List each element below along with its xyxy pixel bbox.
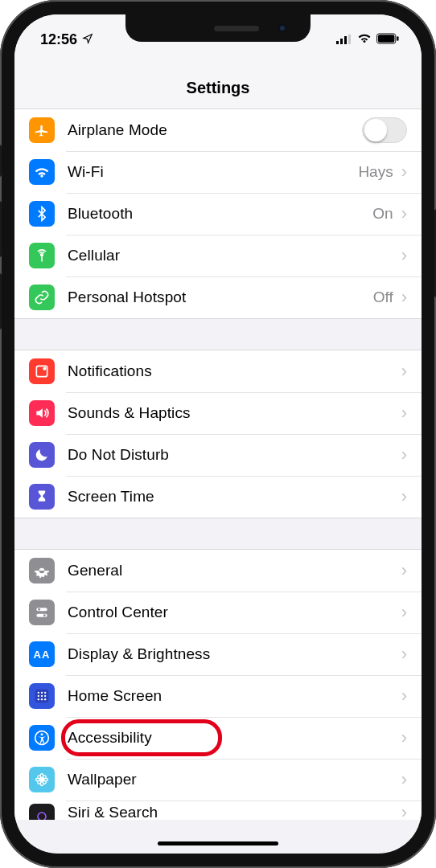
battery-icon xyxy=(376,31,399,48)
row-label: Control Center xyxy=(68,604,401,621)
svg-point-21 xyxy=(38,698,39,700)
front-camera xyxy=(278,24,286,32)
row-label: Screen Time xyxy=(68,488,401,506)
svg-point-15 xyxy=(38,692,39,694)
settings-row-airplane[interactable]: Airplane Mode xyxy=(14,109,422,151)
svg-point-33 xyxy=(38,780,41,784)
chevron-right-icon: › xyxy=(401,562,407,579)
chevron-right-icon: › xyxy=(401,362,407,380)
chevron-right-icon: › xyxy=(401,604,407,621)
svg-point-34 xyxy=(43,780,46,784)
chevron-right-icon: › xyxy=(401,205,407,223)
status-time: 12:56 xyxy=(40,31,77,48)
svg-point-26 xyxy=(40,778,43,780)
settings-row-general[interactable]: General› xyxy=(14,550,422,592)
settings-row-hotspot[interactable]: Personal HotspotOff› xyxy=(14,276,422,318)
svg-point-23 xyxy=(44,698,46,700)
page-title: Settings xyxy=(14,55,422,109)
svg-point-35 xyxy=(35,810,49,820)
row-label: Personal Hotspot xyxy=(68,289,373,306)
chevron-right-icon: › xyxy=(401,247,407,264)
svg-rect-5 xyxy=(378,35,395,42)
general-icon xyxy=(29,558,55,583)
settings-row-notifications[interactable]: Notifications› xyxy=(14,350,422,392)
volume-up-button xyxy=(0,201,2,257)
settings-row-wallpaper[interactable]: Wallpaper› xyxy=(14,759,422,800)
display-icon: AA xyxy=(29,641,55,667)
wifi-icon xyxy=(29,159,55,185)
sounds-icon xyxy=(29,400,55,426)
settings-row-cellular[interactable]: Cellular› xyxy=(14,235,422,276)
settings-row-display[interactable]: AADisplay & Brightness› xyxy=(14,633,422,675)
mute-switch xyxy=(0,145,2,177)
settings-row-accessibility[interactable]: Accessibility› xyxy=(14,717,422,759)
svg-rect-0 xyxy=(336,41,339,44)
row-label: Home Screen xyxy=(68,687,401,705)
settings-row-bluetooth[interactable]: BluetoothOn› xyxy=(14,193,422,235)
row-label: Sounds & Haptics xyxy=(68,404,401,422)
svg-point-13 xyxy=(43,614,46,616)
chevron-right-icon: › xyxy=(401,163,407,181)
row-label: Siri & Search xyxy=(68,804,401,820)
chevron-right-icon: › xyxy=(401,645,407,663)
settings-row-homescreen[interactable]: Home Screen› xyxy=(14,675,422,717)
settings-row-screentime[interactable]: Screen Time› xyxy=(14,476,422,518)
svg-point-9 xyxy=(43,367,46,371)
svg-point-16 xyxy=(41,692,43,694)
settings-row-wifi[interactable]: Wi-FiHays› xyxy=(14,151,422,193)
earpiece-speaker xyxy=(214,26,259,31)
row-label: Display & Brightness xyxy=(68,645,401,663)
chevron-right-icon: › xyxy=(401,446,407,464)
svg-point-11 xyxy=(38,608,40,611)
section-separator xyxy=(14,518,422,550)
chevron-right-icon: › xyxy=(401,488,407,506)
hotspot-icon xyxy=(29,285,55,310)
svg-rect-6 xyxy=(397,36,398,41)
phone-device-frame: 12:56 Settings Airplane ModeWi-FiHays›Bl… xyxy=(0,0,436,868)
svg-rect-2 xyxy=(344,36,347,44)
airplane-toggle[interactable] xyxy=(362,117,407,143)
homescreen-icon xyxy=(29,683,55,709)
row-label: Bluetooth xyxy=(68,205,372,223)
row-label: Accessibility xyxy=(68,729,401,747)
chevron-right-icon: › xyxy=(401,687,407,705)
svg-point-17 xyxy=(44,692,46,694)
bluetooth-icon xyxy=(29,201,55,227)
dnd-icon xyxy=(29,442,55,468)
volume-down-button xyxy=(0,273,2,330)
chevron-right-icon: › xyxy=(401,804,407,820)
svg-rect-1 xyxy=(340,39,343,44)
cellular-icon xyxy=(29,243,55,268)
chevron-right-icon: › xyxy=(401,289,407,306)
screentime-icon xyxy=(29,484,55,510)
svg-point-31 xyxy=(38,776,41,779)
airplane-icon xyxy=(29,117,55,143)
row-label: Wallpaper xyxy=(68,771,401,788)
row-label: Airplane Mode xyxy=(68,121,362,139)
row-label: General xyxy=(68,562,401,579)
settings-row-controlcenter[interactable]: Control Center› xyxy=(14,592,422,633)
row-label: Notifications xyxy=(68,362,401,380)
settings-row-siri[interactable]: Siri & Search› xyxy=(14,800,422,820)
controlcenter-icon xyxy=(29,600,55,625)
accessibility-icon xyxy=(29,725,55,751)
settings-list[interactable]: Airplane ModeWi-FiHays›BluetoothOn›Cellu… xyxy=(14,109,422,820)
settings-row-sounds[interactable]: Sounds & Haptics› xyxy=(14,392,422,434)
svg-rect-3 xyxy=(348,35,351,44)
chevron-right-icon: › xyxy=(401,771,407,788)
row-label: Cellular xyxy=(68,247,401,264)
siri-icon xyxy=(29,804,55,820)
wallpaper-icon xyxy=(29,767,55,792)
chevron-right-icon: › xyxy=(401,404,407,422)
svg-point-22 xyxy=(41,698,43,700)
cellular-signal-icon xyxy=(336,31,352,48)
wifi-status-icon xyxy=(357,31,372,49)
screen: 12:56 Settings Airplane ModeWi-FiHays›Bl… xyxy=(14,14,422,854)
home-indicator[interactable] xyxy=(158,841,278,845)
chevron-right-icon: › xyxy=(401,729,407,747)
notch xyxy=(125,14,311,42)
section-separator xyxy=(14,318,422,350)
settings-row-dnd[interactable]: Do Not Disturb› xyxy=(14,434,422,476)
row-value: Off xyxy=(373,289,393,306)
svg-point-25 xyxy=(41,733,43,735)
